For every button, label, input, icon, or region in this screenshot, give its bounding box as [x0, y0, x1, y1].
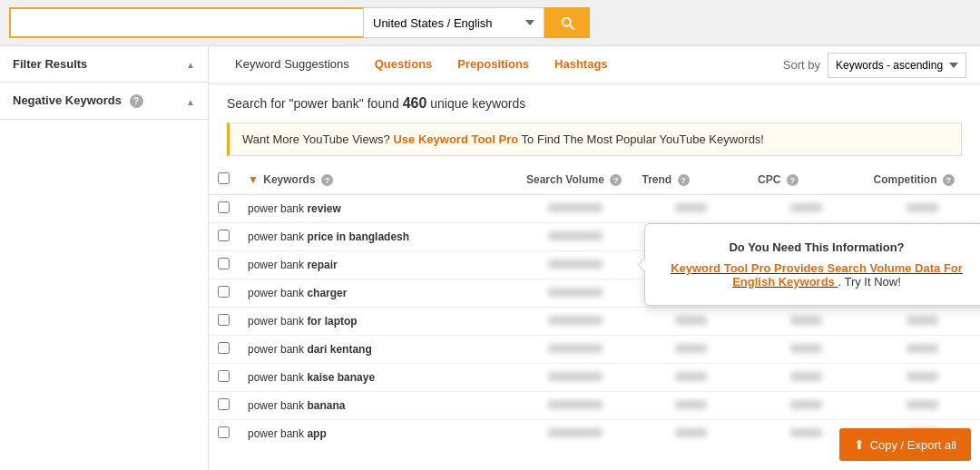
keywords-table: ▼ Keywords ? Search Volume ? Trend ?: [209, 165, 980, 446]
row-cpc-5: [749, 336, 865, 364]
unique-keywords-label: unique keywords: [430, 96, 525, 111]
sidebar: Filter Results Negative Keywords ?: [0, 46, 209, 470]
row-trend-0: [633, 195, 750, 223]
row-checkbox-0[interactable]: [218, 201, 230, 213]
trend-info-icon: ?: [678, 174, 690, 186]
row-checkbox-1[interactable]: [218, 230, 230, 241]
keywords-info-icon: ?: [321, 174, 333, 186]
th-keywords[interactable]: ▼ Keywords ?: [239, 165, 517, 195]
row-sv-4: [517, 308, 633, 336]
row-comp-0: [865, 195, 981, 223]
locale-select[interactable]: United States / English: [363, 7, 544, 38]
row-checkbox-cell: [209, 251, 239, 279]
row-checkbox-6[interactable]: [218, 370, 230, 382]
row-checkbox-cell: [209, 336, 239, 364]
row-checkbox-cell: [209, 364, 239, 392]
row-checkbox-cell: [209, 223, 239, 251]
promo-banner: Want More YouTube Views? Use Keyword Too…: [227, 122, 962, 156]
th-checkbox: [209, 165, 239, 195]
row-sv-1: [517, 223, 633, 251]
row-sv-0: [517, 195, 633, 223]
row-keyword-4: power bank for laptop: [239, 308, 517, 336]
row-checkbox-5[interactable]: [218, 342, 230, 354]
th-search-volume: Search Volume ?: [517, 165, 633, 195]
negative-keywords-label: Negative Keywords ?: [13, 93, 143, 108]
sort-label: Sort by: [783, 58, 820, 72]
filter-results-section: Filter Results: [0, 46, 208, 83]
filter-results-chevron-icon: [186, 57, 195, 71]
row-keyword-2: power bank repair: [239, 251, 517, 279]
row-sv-3: [517, 279, 633, 308]
row-cpc-4: [749, 308, 865, 336]
sort-bar: Sort by Keywords - ascending: [783, 53, 966, 78]
row-checkbox-2[interactable]: [218, 258, 230, 269]
row-checkbox-cell: [209, 195, 239, 223]
table-row: power bank kaise banaye: [209, 364, 980, 392]
table-row: power bank dari kentang: [209, 336, 980, 364]
row-trend-7: [633, 392, 750, 420]
search-button[interactable]: [544, 7, 590, 38]
tab-hashtags[interactable]: Hashtags: [542, 46, 621, 83]
row-cpc-6: [749, 364, 865, 392]
promo-text2: To Find The Most Popular YouTube Keyword…: [522, 132, 764, 146]
row-keyword-6: power bank kaise banaye: [239, 364, 517, 392]
filter-results-toggle[interactable]: Filter Results: [0, 46, 208, 82]
th-cpc: CPC ?: [749, 165, 865, 195]
row-checkbox-cell: [209, 279, 239, 308]
row-checkbox-cell: [209, 308, 239, 336]
negative-keywords-info-icon: ?: [130, 94, 143, 108]
promo-text1: Want More YouTube Views?: [242, 132, 390, 146]
copy-icon: ⬆: [854, 437, 865, 452]
copy-export-button[interactable]: ⬆ Copy / Export all: [839, 428, 971, 461]
row-comp-7: [865, 392, 981, 420]
main-layout: Filter Results Negative Keywords ? Keywo…: [0, 46, 980, 470]
tab-prepositions[interactable]: Prepositions: [445, 46, 542, 83]
table-row: power bank for laptop: [209, 308, 980, 336]
search-icon: [559, 15, 575, 31]
row-checkbox-3[interactable]: [218, 286, 230, 298]
tab-questions[interactable]: Questions: [362, 46, 446, 83]
filter-results-label: Filter Results: [13, 57, 87, 71]
row-checkbox-7[interactable]: [218, 398, 230, 410]
tabs-bar: Keyword Suggestions Questions Prepositio…: [209, 46, 980, 84]
row-sv-5: [517, 336, 633, 364]
row-comp-6: [865, 364, 981, 392]
row-comp-4: [865, 308, 981, 336]
row-sv-2: [517, 251, 633, 279]
search-input[interactable]: power bank: [9, 7, 363, 38]
search-bar: power bank United States / English: [0, 0, 980, 46]
sv-info-icon: ?: [610, 174, 622, 186]
results-summary: Search for "power bank" found 460 unique…: [209, 84, 980, 122]
keywords-table-wrapper: ▼ Keywords ? Search Volume ? Trend ?: [209, 165, 980, 446]
row-checkbox-4[interactable]: [218, 314, 230, 326]
th-competition: Competition ?: [865, 165, 981, 195]
row-keyword-5: power bank dari kentang: [239, 336, 517, 364]
tooltip-popup: Do You Need This Information? Keyword To…: [644, 223, 980, 306]
row-keyword-3: power bank charger: [239, 279, 517, 308]
sort-select[interactable]: Keywords - ascending: [828, 53, 966, 78]
content-area: Keyword Suggestions Questions Prepositio…: [209, 46, 980, 470]
row-cpc-0: [749, 195, 865, 223]
row-keyword-0: power bank review: [239, 195, 517, 223]
tab-group: Keyword Suggestions Questions Prepositio…: [222, 46, 621, 83]
promo-link[interactable]: Use Keyword Tool Pro: [393, 132, 518, 146]
row-checkbox-8[interactable]: [218, 426, 230, 438]
negative-keywords-toggle[interactable]: Negative Keywords ?: [0, 83, 208, 119]
tooltip-link[interactable]: Keyword Tool Pro Provides Search Volume …: [671, 261, 963, 289]
comp-info-icon: ?: [943, 174, 955, 186]
results-count: 460: [403, 95, 427, 111]
table-row: power bank review: [209, 195, 980, 223]
row-checkbox-cell: [209, 392, 239, 420]
tooltip-title: Do You Need This Information?: [663, 240, 970, 254]
table-row: power bank banana: [209, 392, 980, 420]
row-keyword-1: power bank price in bangladesh: [239, 223, 517, 251]
row-trend-4: [633, 308, 750, 336]
negative-keywords-section: Negative Keywords ?: [0, 83, 208, 120]
row-comp-5: [865, 336, 981, 364]
negative-keywords-chevron-icon: [186, 94, 195, 108]
tooltip-try: . Try It Now!: [838, 275, 900, 289]
tab-keyword-suggestions[interactable]: Keyword Suggestions: [222, 46, 362, 83]
row-sv-6: [517, 364, 633, 392]
select-all-checkbox[interactable]: [218, 172, 230, 184]
row-sv-8: [517, 420, 633, 447]
